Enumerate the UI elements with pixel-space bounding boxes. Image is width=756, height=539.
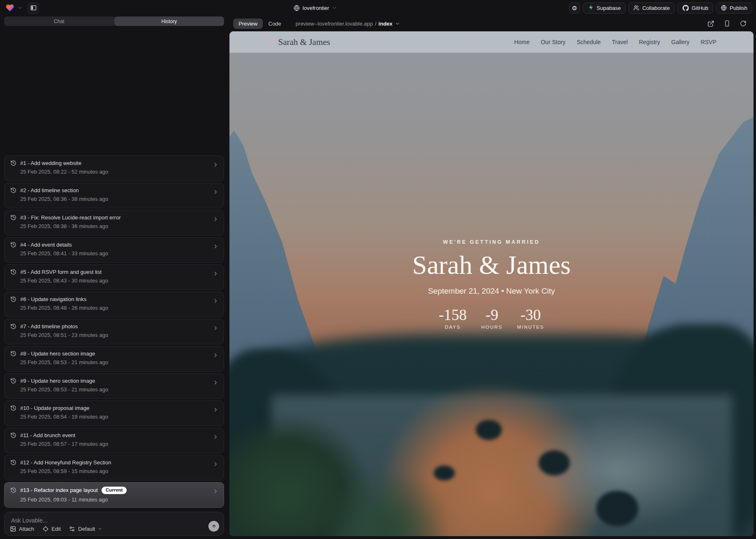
history-item-timestamp: 25 Feb 2025, 08:54 - 19 minutes ago [20,414,210,420]
tab-chat[interactable]: Chat [4,16,114,26]
history-item-title: #6 - Update navigation links [20,296,86,302]
edit-button[interactable]: Edit [43,526,61,532]
image-attach-icon [10,526,16,532]
chevron-right-icon[interactable] [213,434,219,440]
settings-button[interactable]: ⚙ [569,2,580,14]
history-item-timestamp: 25 Feb 2025, 08:51 - 23 minutes ago [20,332,210,338]
site-nav-link[interactable]: Schedule [576,39,600,45]
countdown-value: -158 [439,306,467,324]
countdown-unit: -158 DAYS [439,306,467,330]
history-item-timestamp: 25 Feb 2025, 08:36 - 38 minutes ago [20,196,210,202]
site-nav-link[interactable]: Home [514,39,529,45]
site-nav-link[interactable]: Travel [612,39,628,45]
countdown-value: -30 [517,306,544,324]
collaborate-button[interactable]: Collaborate [628,2,675,14]
history-item[interactable]: #1 - Add wedding website 25 Feb 2025, 08… [4,155,224,181]
chevron-right-icon[interactable] [213,379,219,386]
supabase-label: Supabase [597,5,621,11]
tab-code[interactable]: Code [263,19,286,29]
history-item[interactable]: #13 - Refactor index page layout Current… [4,482,224,508]
preview-frame: Sarah & James Home Our Story Schedule Tr… [229,31,754,536]
mode-label: Default [78,526,95,532]
open-in-new-tab-button[interactable] [707,20,714,27]
chevron-right-icon[interactable] [213,189,219,195]
history-item[interactable]: #11 - Add brunch event 25 Feb 2025, 08:5… [4,428,224,453]
countdown-label: HOURS [479,325,505,330]
chevron-right-icon[interactable] [213,461,219,467]
preview-url[interactable]: preview--lovefrontier.lovable.app / inde… [295,21,400,27]
workspace-chevron-down-icon[interactable] [17,5,22,10]
history-item[interactable]: #4 - Add event details 25 Feb 2025, 08:4… [4,237,224,263]
countdown-label: DAYS [439,325,467,330]
history-item[interactable]: #5 - Add RSVP form and guest list 25 Feb… [4,264,224,290]
history-item-title: #13 - Refactor index page layout [20,487,98,493]
history-item-timestamp: 25 Feb 2025, 08:43 - 30 minutes ago [20,278,210,284]
attach-label: Attach [19,526,34,532]
chevron-right-icon[interactable] [213,325,219,331]
chevron-right-icon[interactable] [213,298,219,304]
history-item-row: #12 - Add Honeyfund Registry Section [10,459,210,466]
mode-select-button[interactable]: Default [69,526,102,532]
countdown-label: MINUTES [517,325,544,330]
chevron-right-icon[interactable] [213,243,219,249]
attach-button[interactable]: Attach [10,526,34,532]
sidebar: Chat History #1 - Add wedding website [0,16,226,539]
chevron-right-icon[interactable] [213,216,219,222]
history-item-title: #8 - Update hero section image [20,351,95,357]
tab-history[interactable]: History [114,16,224,26]
history-item[interactable]: #12 - Add Honeyfund Registry Section 25 … [4,455,224,480]
history-item-title: #5 - Add RSVP form and guest list [20,269,102,275]
history-item[interactable]: #6 - Update navigation links 25 Feb 2025… [4,292,224,317]
history-item-row: #9 - Update hero section image [10,378,210,384]
prompt-box: Attach Edit Defaul [4,512,224,536]
history-item[interactable]: #2 - Add timeline section 25 Feb 2025, 0… [4,183,224,208]
toggle-sidebar-button[interactable] [28,2,39,14]
site-logo-text: Sarah & James [278,37,330,47]
publish-globe-icon [721,5,727,11]
publish-button[interactable]: Publish [716,2,752,14]
project-switcher[interactable]: lovefrontier [293,0,337,16]
supabase-bolt-icon [588,5,594,12]
site-nav-link[interactable]: Our Story [541,39,565,45]
github-button[interactable]: GitHub [678,2,713,14]
site-nav-link[interactable]: Gallery [671,39,690,45]
site-nav-link[interactable]: RSVP [701,39,716,45]
gear-icon: ⚙ [572,5,577,11]
history-item[interactable]: #3 - Fix: Resolve Lucide-react import er… [4,210,224,235]
history-item[interactable]: #7 - Add timeline photos 25 Feb 2025, 08… [4,319,224,344]
history-item[interactable]: #10 - Update proposal image 25 Feb 2025,… [4,400,224,426]
site-nav-link[interactable]: Registry [639,39,660,45]
refresh-preview-button[interactable] [740,20,747,27]
history-item-timestamp: 25 Feb 2025, 08:48 - 26 minutes ago [20,305,210,311]
chevron-right-icon[interactable] [213,162,219,168]
site-logo[interactable]: Sarah & James [267,37,330,47]
history-list: #1 - Add wedding website 25 Feb 2025, 08… [4,155,224,509]
chevron-right-icon[interactable] [213,352,219,358]
lovable-logo-icon[interactable] [5,3,14,12]
preview-toolbar: Preview Code preview--lovefrontier.lovab… [229,16,754,31]
mode-chevron-down-icon [98,527,102,531]
history-item-timestamp: 25 Feb 2025, 08:38 - 36 minutes ago [20,223,210,229]
history-clock-icon [10,378,17,384]
history-clock-icon [10,187,17,193]
history-item-timestamp: 25 Feb 2025, 08:41 - 33 minutes ago [20,250,210,257]
sidebar-tabs: Chat History [4,16,224,26]
publish-label: Publish [730,5,747,11]
history-clock-icon [10,323,17,330]
history-clock-icon [10,296,17,302]
edit-label: Edit [52,526,61,532]
chevron-right-icon[interactable] [213,271,219,277]
supabase-button[interactable]: Supabase [583,2,626,14]
chevron-right-icon[interactable] [213,407,219,413]
tab-preview[interactable]: Preview [233,19,263,29]
mobile-view-button[interactable] [724,20,730,27]
countdown-unit: -30 MINUTES [517,306,544,330]
send-button[interactable] [208,521,219,532]
history-item[interactable]: #8 - Update hero section image 25 Feb 20… [4,346,224,372]
prompt-input[interactable] [5,512,224,524]
preview-url-domain: preview--lovefrontier.lovable.app [295,21,373,27]
history-item-title: #4 - Add event details [20,242,72,248]
github-label: GitHub [692,5,708,11]
chevron-right-icon[interactable] [213,488,219,494]
history-item[interactable]: #9 - Update hero section image 25 Feb 20… [4,373,224,399]
